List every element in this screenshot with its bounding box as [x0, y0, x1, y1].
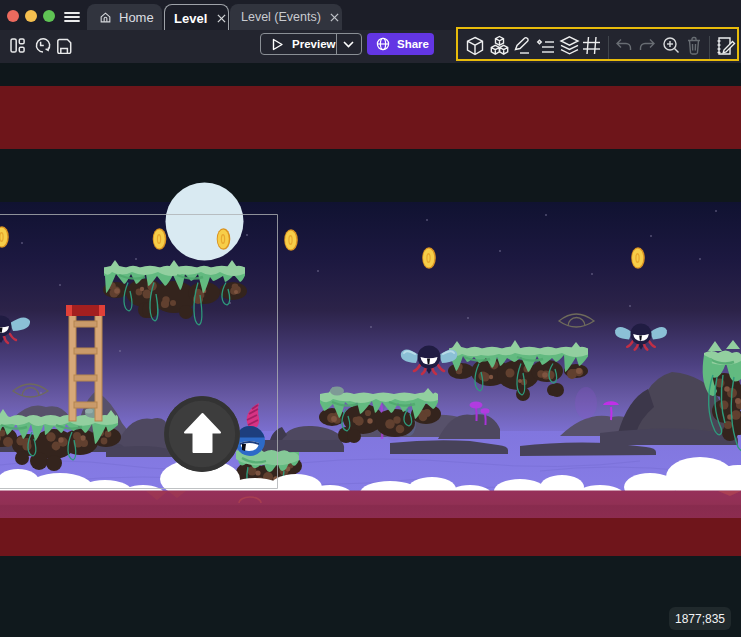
svg-text:1877;835: 1877;835	[675, 612, 725, 626]
